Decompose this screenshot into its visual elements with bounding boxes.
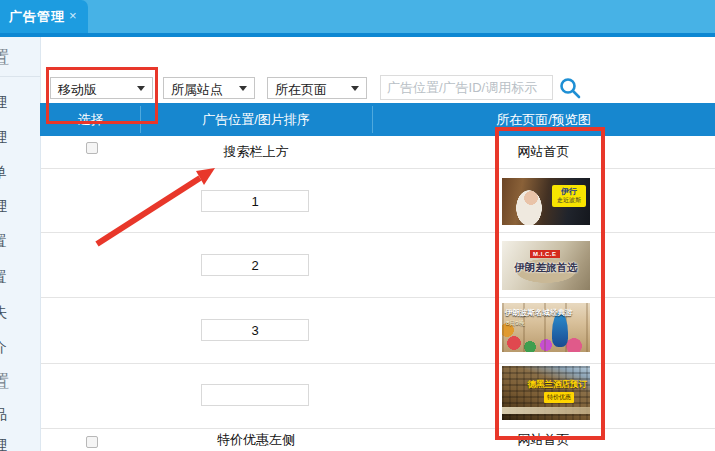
chevron-down-icon <box>351 86 359 91</box>
ad-page-label: 网站首页 <box>372 429 715 451</box>
sidebar-item-clipped[interactable]: 介 <box>0 339 15 357</box>
chevron-down-icon <box>137 86 145 91</box>
ad-thumbnail-1[interactable]: 伊行 走近波斯 <box>502 178 590 225</box>
ad-thumbnail-2[interactable]: M.I.C.E 伊朗差旅首选 <box>502 241 590 290</box>
ad-title: 伊朗波斯名城经典游 <box>505 308 573 318</box>
tab-bar-underline <box>0 33 715 37</box>
sidebar-item-clipped[interactable]: 置 <box>0 233 15 251</box>
tab-bar: 广告管理 × <box>0 0 715 33</box>
sidebar-item-clipped[interactable]: 理 <box>0 437 15 451</box>
table-header: 选择 广告位置/图片排序 所在页面/预览图 <box>40 103 715 136</box>
annotation-arrow <box>0 0 715 451</box>
sidebar-item-clipped[interactable]: 置 <box>0 46 14 69</box>
search-input[interactable] <box>381 76 552 99</box>
ad-title: 伊朗差旅首选 <box>502 261 590 275</box>
header-divider <box>372 106 373 133</box>
site-select[interactable]: 所属站点 <box>163 77 255 99</box>
sort-order-input[interactable] <box>201 254 309 276</box>
row-divider <box>41 232 715 233</box>
sort-order-input[interactable] <box>201 190 309 212</box>
column-header-select: 选择 <box>41 103 140 136</box>
ad-chip: 特价优惠 <box>544 392 574 403</box>
tab-label: 广告管理 <box>9 8 65 26</box>
ad-badge-subtitle: 走近波斯 <box>557 197 581 205</box>
ad-position-label: 特价优惠左侧 <box>140 429 372 451</box>
ad-management-page: 广告管理 × 置 理 理 单 理 置 置 失 介 置 品 理 移动版 所属站点 … <box>0 0 715 451</box>
ad-thumbnail-3[interactable]: 伊朗波斯名城经典游 8日9晚 <box>502 303 590 352</box>
chevron-down-icon <box>239 86 247 91</box>
page-select[interactable]: 所在页面 <box>267 77 367 99</box>
close-icon[interactable]: × <box>69 8 77 23</box>
sidebar-item-clipped[interactable]: 理 <box>0 198 15 216</box>
ad-badge-title: 伊行 <box>557 187 581 197</box>
select-value: 所在页面 <box>275 81 327 99</box>
column-header-position: 广告位置/图片排序 <box>140 103 372 136</box>
ad-chip: M.I.C.E <box>530 250 560 258</box>
search-box <box>380 75 553 100</box>
select-value: 所属站点 <box>171 81 223 99</box>
sort-order-input[interactable] <box>201 384 309 406</box>
sidebar-item-clipped[interactable]: 单 <box>0 164 15 182</box>
sidebar-menu: 置 理 理 单 理 置 置 失 介 置 品 理 <box>0 37 41 451</box>
sidebar-item-clipped[interactable]: 理 <box>0 129 15 147</box>
sidebar-item-clipped[interactable]: 品 <box>0 406 15 424</box>
sidebar-item-clipped[interactable]: 失 <box>0 304 15 322</box>
sort-order-input[interactable] <box>201 319 309 341</box>
row-divider <box>41 168 715 169</box>
ad-thumbnail-4[interactable]: 德黑兰酒店预订 特价优惠 <box>502 366 590 420</box>
sidebar-item-clipped[interactable]: 理 <box>0 94 15 112</box>
row-checkbox[interactable] <box>86 142 98 154</box>
tab-ad-management[interactable]: 广告管理 × <box>0 0 88 33</box>
select-value: 移动版 <box>58 81 97 99</box>
search-icon[interactable] <box>558 77 582 99</box>
device-version-select[interactable]: 移动版 <box>50 77 153 99</box>
sidebar-item-clipped[interactable]: 置 <box>0 269 15 287</box>
sidebar-divider <box>0 76 40 77</box>
ad-subtitle: 8日9晚 <box>506 319 525 328</box>
sidebar-item-clipped[interactable]: 置 <box>0 370 14 393</box>
ad-badge: 伊行 走近波斯 <box>552 185 586 207</box>
ad-page-label: 网站首页 <box>372 136 715 168</box>
row-divider <box>41 297 715 298</box>
ad-caption-band <box>502 407 590 414</box>
header-divider <box>140 106 141 133</box>
row-divider <box>41 363 715 364</box>
column-header-page: 所在页面/预览图 <box>372 103 715 136</box>
row-checkbox[interactable] <box>86 436 98 448</box>
ad-title: 德黑兰酒店预订 <box>528 379 588 391</box>
ad-position-label: 搜索栏上方 <box>140 136 372 168</box>
